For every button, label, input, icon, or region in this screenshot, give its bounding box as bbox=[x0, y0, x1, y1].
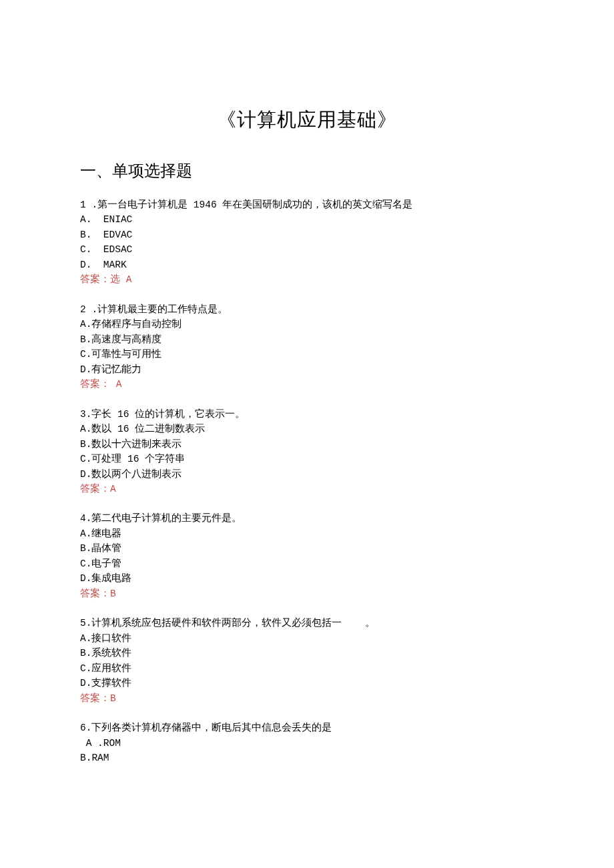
question-stem: 4.第二代电子计算机的主要元件是。 bbox=[80, 511, 534, 526]
question-block: 2 .计算机最主要的工作特点是。A.存储程序与自动控制B.高速度与高精度C.可靠… bbox=[80, 302, 534, 392]
question-option: C. EDSAC bbox=[80, 242, 534, 257]
question-stem: 6.下列各类计算机存储器中，断电后其中信息会丢失的是 bbox=[80, 721, 534, 735]
question-option: D.支撑软件 bbox=[80, 676, 534, 691]
document-page: 《计算机应用基础》 一、单项选择题 1 .第一台电子计算机是 1946 年在美国… bbox=[0, 0, 614, 868]
question-option: D.数以两个八进制表示 bbox=[80, 467, 534, 482]
question-answer: 答案： A bbox=[80, 377, 534, 392]
question-block: 1 .第一台电子计算机是 1946 年在美国研制成功的，该机的英文缩写名是A. … bbox=[80, 197, 534, 288]
question-stem: 2 .计算机最主要的工作特点是。 bbox=[80, 302, 534, 317]
question-option: C.可处理 16 个字符串 bbox=[80, 452, 534, 466]
question-answer: 答案：选 A bbox=[80, 272, 534, 287]
question-option: B.晶体管 bbox=[80, 541, 534, 556]
question-option: A.继电器 bbox=[80, 526, 534, 541]
question-option: C.电子管 bbox=[80, 556, 534, 571]
question-option: C.应用软件 bbox=[80, 661, 534, 676]
question-option: A .ROM bbox=[80, 736, 534, 751]
question-option: D.集成电路 bbox=[80, 571, 534, 586]
question-option: B. EDVAC bbox=[80, 228, 534, 242]
question-option: B.系统软件 bbox=[80, 646, 534, 661]
question-block: 4.第二代电子计算机的主要元件是。A.继电器B.晶体管C.电子管D.集成电路答案… bbox=[80, 511, 534, 601]
question-option: B.RAM bbox=[80, 751, 534, 765]
question-option: D.有记忆能力 bbox=[80, 362, 534, 377]
questions-container: 1 .第一台电子计算机是 1946 年在美国研制成功的，该机的英文缩写名是A. … bbox=[80, 197, 534, 765]
question-answer: 答案：B bbox=[80, 691, 534, 706]
question-option: A.接口软件 bbox=[80, 631, 534, 646]
question-option: D. MARK bbox=[80, 258, 534, 272]
question-option: B.高速度与高精度 bbox=[80, 332, 534, 347]
question-option: A.数以 16 位二进制数表示 bbox=[80, 422, 534, 436]
question-stem: 1 .第一台电子计算机是 1946 年在美国研制成功的，该机的英文缩写名是 bbox=[80, 197, 534, 212]
question-option: B.数以十六进制来表示 bbox=[80, 437, 534, 452]
question-block: 3.字长 16 位的计算机，它表示一。A.数以 16 位二进制数表示B.数以十六… bbox=[80, 407, 534, 497]
question-stem: 3.字长 16 位的计算机，它表示一。 bbox=[80, 407, 534, 422]
question-block: 6.下列各类计算机存储器中，断电后其中信息会丢失的是 A .ROMB.RAM bbox=[80, 721, 534, 765]
question-block: 5.计算机系统应包括硬件和软件两部分，软件又必须包括一 。A.接口软件B.系统软… bbox=[80, 616, 534, 706]
question-option: C.可靠性与可用性 bbox=[80, 347, 534, 362]
question-option: A.存储程序与自动控制 bbox=[80, 317, 534, 332]
section-heading: 一、单项选择题 bbox=[80, 160, 534, 181]
question-option: A. ENIAC bbox=[80, 212, 534, 227]
document-title: 《计算机应用基础》 bbox=[80, 107, 534, 133]
question-stem: 5.计算机系统应包括硬件和软件两部分，软件又必须包括一 。 bbox=[80, 616, 534, 630]
question-answer: 答案：A bbox=[80, 482, 534, 496]
question-answer: 答案：B bbox=[80, 586, 534, 601]
